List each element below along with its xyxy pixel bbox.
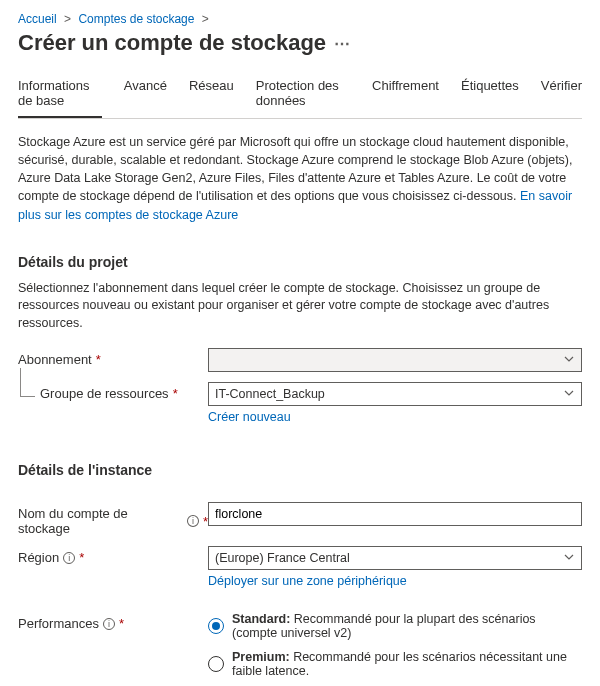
account-name-label: Nom du compte de stockage i * (18, 502, 208, 536)
chevron-right-icon: > (64, 12, 71, 26)
tab-network[interactable]: Réseau (189, 78, 234, 118)
info-icon[interactable]: i (187, 515, 199, 527)
chevron-down-icon (563, 551, 575, 566)
resource-group-select[interactable]: IT-Connect_Backup (208, 382, 582, 406)
create-new-rg-link[interactable]: Créer nouveau (208, 410, 291, 424)
info-icon[interactable]: i (103, 618, 115, 630)
perf-standard-label: Standard: Recommandé pour la plupart des… (232, 612, 582, 640)
more-icon[interactable]: ⋯ (334, 34, 350, 53)
tab-basics[interactable]: Informations de base (18, 78, 102, 118)
tab-verify[interactable]: Vérifier (541, 78, 582, 118)
chevron-right-icon: > (202, 12, 209, 26)
tab-encryption[interactable]: Chiffrement (372, 78, 439, 118)
deploy-edge-link[interactable]: Déployer sur une zone périphérique (208, 574, 407, 588)
tab-advanced[interactable]: Avancé (124, 78, 167, 118)
chevron-down-icon (563, 387, 575, 402)
breadcrumb-home[interactable]: Accueil (18, 12, 57, 26)
project-heading: Détails du projet (18, 254, 582, 270)
resource-group-label: Groupe de ressources* (40, 382, 208, 401)
tab-data-protection[interactable]: Protection des données (256, 78, 350, 118)
region-select[interactable]: (Europe) France Central (208, 546, 582, 570)
info-icon[interactable]: i (63, 552, 75, 564)
account-name-input[interactable] (208, 502, 582, 526)
tab-tags[interactable]: Étiquettes (461, 78, 519, 118)
breadcrumb: Accueil > Comptes de stockage > (18, 12, 582, 26)
chevron-down-icon (563, 353, 575, 368)
page-title: Créer un compte de stockage ⋯ (18, 30, 582, 56)
instance-heading: Détails de l'instance (18, 462, 582, 478)
tab-bar: Informations de base Avancé Réseau Prote… (18, 78, 582, 119)
subscription-select[interactable] (208, 348, 582, 372)
performance-label: Performances i * (18, 612, 208, 631)
perf-standard-radio[interactable] (208, 618, 224, 634)
region-label: Région i * (18, 546, 208, 565)
intro-text: Stockage Azure est un service géré par M… (18, 133, 582, 224)
breadcrumb-accounts[interactable]: Comptes de stockage (78, 12, 194, 26)
perf-premium-label: Premium: Recommandé pour les scénarios n… (232, 650, 582, 678)
project-desc: Sélectionnez l'abonnement dans lequel cr… (18, 280, 582, 333)
subscription-label: Abonnement* (18, 348, 208, 367)
perf-premium-radio[interactable] (208, 656, 224, 672)
